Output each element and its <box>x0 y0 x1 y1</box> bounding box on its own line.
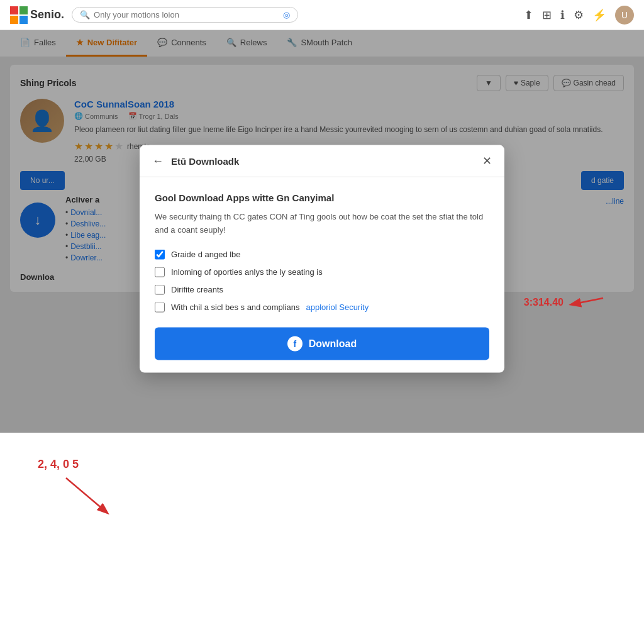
modal-title: Etū Downloadk <box>171 155 475 166</box>
modal-subtitle: Gool Download Apps witte Gn Canyimal <box>155 192 489 203</box>
svg-rect-0 <box>10 6 18 14</box>
download-button-label: Download <box>309 338 357 349</box>
modal-description: We security thaing th CC gates CON af Ti… <box>155 211 489 237</box>
checkbox-label-4: With chil a sicl bes s and complians <box>171 303 299 312</box>
checkbox-item-2[interactable]: Inloming of oporties anlys the ly seatin… <box>155 267 489 277</box>
modal-header: ← Etū Downloadk ✕ <box>140 145 504 177</box>
settings-icon[interactable]: ⚙ <box>574 8 584 22</box>
upload-icon[interactable]: ⬆ <box>524 8 533 22</box>
checkbox-item-3[interactable]: Dirifite creants <box>155 284 489 294</box>
checkbox-label-3: Dirifite creants <box>171 285 223 294</box>
grid-icon[interactable]: ⊞ <box>542 8 552 22</box>
header-icons: ⬆ ⊞ ℹ ⚙ ⚡ U <box>524 6 634 25</box>
checkbox-1[interactable] <box>155 249 165 259</box>
avatar-initial: U <box>621 10 628 20</box>
annotation-right-arrow <box>569 293 606 312</box>
avatar[interactable]: U <box>615 6 634 25</box>
svg-line-5 <box>66 478 107 513</box>
download-modal: ← Etū Downloadk ✕ Gool Download Apps wit… <box>140 145 504 373</box>
annotation-bottom-text: 2, 4, 0 5 <box>38 458 79 471</box>
annotation-right-text: 3:314.40 <box>524 297 564 308</box>
annotation-bottom-arrow <box>60 472 123 522</box>
facebook-icon: f <box>287 336 303 351</box>
search-icon: 🔍 <box>80 10 90 19</box>
checkbox-list: Graide d anged lbe Inloming of oporties … <box>155 249 489 312</box>
checkbox-label-1: Graide d anged lbe <box>171 250 241 259</box>
svg-line-4 <box>572 298 603 304</box>
search-input[interactable] <box>94 10 279 19</box>
checkbox-3[interactable] <box>155 284 165 294</box>
checkbox-label-2: Inloming of oporties anlys the ly seatin… <box>171 267 323 277</box>
info-icon[interactable]: ℹ <box>560 8 565 22</box>
app-header: Senio. 🔍 ◎ ⬆ ⊞ ℹ ⚙ ⚡ U <box>0 0 644 30</box>
svg-rect-2 <box>10 16 18 24</box>
security-link[interactable]: apploriol Security <box>306 303 369 312</box>
main-content: 📄 Falles ★ New Difitater 💬 Connents 🔍 Re… <box>0 30 644 433</box>
checkbox-item-4[interactable]: With chil a sicl bes s and complians app… <box>155 302 489 312</box>
checkbox-item-1[interactable]: Graide d anged lbe <box>155 249 489 259</box>
svg-rect-1 <box>19 6 28 14</box>
download-button[interactable]: f Download <box>155 327 489 360</box>
search-bar[interactable]: 🔍 ◎ <box>72 7 298 23</box>
bottom-area: 2, 4, 0 5 <box>0 433 644 644</box>
checkbox-2[interactable] <box>155 267 165 277</box>
modal-back-button[interactable]: ← <box>152 154 164 167</box>
annotation-right-container: 3:314.40 <box>524 293 606 312</box>
logo-icon <box>10 6 28 24</box>
svg-rect-3 <box>19 16 28 24</box>
location-icon: ◎ <box>283 10 290 19</box>
checkbox-4[interactable] <box>155 302 165 312</box>
modal-close-button[interactable]: ✕ <box>482 154 492 168</box>
modal-body: Gool Download Apps witte Gn Canyimal We … <box>140 177 504 373</box>
app-logo: Senio. <box>10 6 64 24</box>
filter-icon[interactable]: ⚡ <box>592 8 606 22</box>
logo-text: Senio. <box>30 8 64 21</box>
